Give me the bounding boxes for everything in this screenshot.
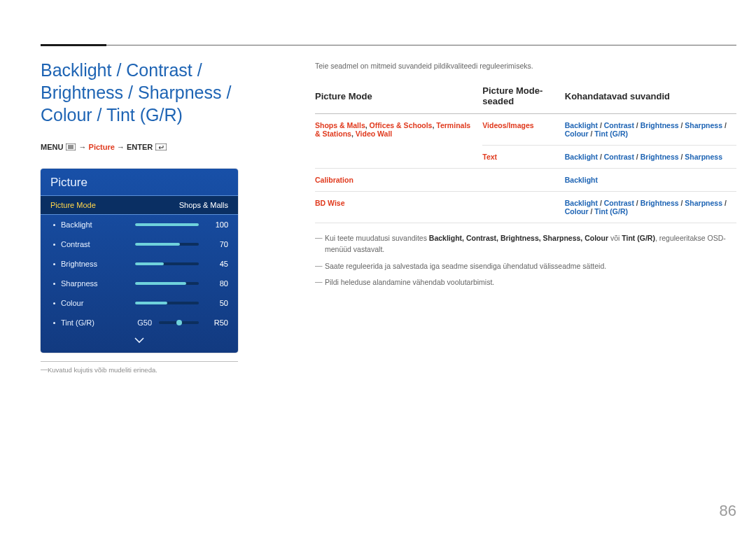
menu-icon <box>66 143 76 152</box>
tint-left-value: G50 <box>134 318 152 327</box>
page-content: Backlight / Contrast / Brightness / Shar… <box>41 59 736 374</box>
slider-value: 50 <box>207 299 228 307</box>
bullet-icon <box>53 224 55 226</box>
tint-label: Tint (G/R) <box>61 318 134 327</box>
tint-slider[interactable] <box>159 321 199 324</box>
settings-cell: Text <box>482 146 564 169</box>
enter-icon <box>155 143 167 152</box>
adjustable-cell: Backlight / Contrast / Brightness / Shar… <box>565 192 736 223</box>
osd-footnote: Kuvatud kujutis võib mudeliti erineda. <box>41 366 283 374</box>
token: / <box>679 153 685 161</box>
slider-label: Brightness <box>61 260 134 268</box>
slider-track[interactable] <box>135 262 199 265</box>
bullet-icon <box>53 322 55 324</box>
token: Calibration <box>315 176 354 184</box>
slider-track[interactable] <box>135 302 199 304</box>
slider-label: Sharpness <box>61 279 134 288</box>
table-header: Kohandatavad suvandid <box>565 85 736 114</box>
osd-panel: Picture Picture Mode Shops & Malls Backl… <box>41 169 238 353</box>
tint-right-value: R50 <box>207 318 228 327</box>
osd-selected-value: Shops & Malls <box>179 201 228 209</box>
osd-slider-rows: Backlight100Contrast70Brightness45Sharpn… <box>41 215 238 313</box>
slider-label: Backlight <box>61 220 134 229</box>
slider-value: 80 <box>207 279 228 288</box>
osd-slider-row[interactable]: Colour50 <box>41 293 238 313</box>
menu-path: MENU → Picture → ENTER <box>41 143 283 152</box>
token: Video Wall <box>356 129 393 138</box>
mode-cell: Shops & Malls, Offices & Schools, Termin… <box>315 114 482 169</box>
notes-section: Kui teete muudatusi suvandites Backlight… <box>315 230 736 291</box>
token: / <box>679 199 685 207</box>
left-column: Backlight / Contrast / Brightness / Shar… <box>41 59 283 374</box>
table-row: CalibrationBacklight <box>315 169 736 192</box>
chevron-down-icon[interactable] <box>41 332 238 346</box>
settings-cell <box>482 192 564 223</box>
token: Tint (G/R) <box>594 129 628 138</box>
osd-tint-row[interactable]: Tint (G/R) G50 R50 <box>41 313 238 332</box>
settings-cell <box>482 169 564 192</box>
token: Sharpness <box>685 199 722 207</box>
table-header: Picture Mode-seaded <box>482 85 564 114</box>
slider-value: 70 <box>207 240 228 248</box>
token: Brightness <box>640 121 679 129</box>
osd-selected-row[interactable]: Picture Mode Shops & Malls <box>41 195 238 215</box>
slider-value: 45 <box>207 260 228 268</box>
token: / <box>598 153 604 161</box>
slider-track[interactable] <box>135 243 199 246</box>
adjustable-cell: Backlight <box>565 169 736 192</box>
token: Colour <box>565 129 589 138</box>
osd-title: Picture <box>41 169 238 195</box>
slider-track[interactable] <box>135 282 199 285</box>
token: Sharpness <box>685 121 722 129</box>
picture-path: Picture <box>89 143 115 151</box>
adjustable-cell: Backlight / Contrast / Brightness / Shar… <box>565 114 736 146</box>
adjustable-cell: Backlight / Contrast / Brightness / Shar… <box>565 146 736 169</box>
page-number: 86 <box>720 502 736 520</box>
token: Contrast <box>604 199 634 207</box>
token: Backlight <box>565 153 598 161</box>
table-header: Picture Mode <box>315 85 482 114</box>
picture-mode-table: Picture ModePicture Mode-seadedKohandata… <box>315 85 736 223</box>
osd-slider-row[interactable]: Brightness45 <box>41 254 238 274</box>
note-item: Kui teete muudatusi suvandites Backlight… <box>315 230 736 258</box>
osd-slider-row[interactable]: Backlight100 <box>41 215 238 234</box>
token: Backlight <box>565 176 598 184</box>
table-row: Shops & Malls, Offices & Schools, Termin… <box>315 114 736 146</box>
right-column: Teie seadmel on mitmeid suvandeid pildik… <box>315 59 736 374</box>
mode-cell: Calibration <box>315 169 482 192</box>
token: / <box>598 121 604 129</box>
token: / <box>598 199 604 207</box>
token: Contrast <box>604 153 634 161</box>
osd-divider <box>41 361 238 362</box>
arrow-2: → <box>117 143 125 151</box>
note-item: Pildi heleduse alandamine vähendab voolu… <box>315 274 736 291</box>
bullet-icon <box>53 283 55 285</box>
bullet-icon <box>53 244 55 246</box>
token: Brightness <box>640 153 679 161</box>
note-item: Saate reguleerida ja salvestada iga sead… <box>315 258 736 275</box>
token: Colour <box>565 207 589 216</box>
osd-slider-row[interactable]: Contrast70 <box>41 234 238 254</box>
header-rule <box>41 45 736 45</box>
osd-slider-row[interactable]: Sharpness80 <box>41 274 238 293</box>
table-row: BD WiseBacklight / Contrast / Brightness… <box>315 192 736 223</box>
slider-value: 100 <box>207 220 228 229</box>
token: Contrast <box>604 121 634 129</box>
slider-label: Colour <box>61 299 134 307</box>
slider-track[interactable] <box>135 223 199 226</box>
svg-rect-4 <box>155 143 167 150</box>
bullet-icon <box>53 302 55 304</box>
token: BD Wise <box>315 199 345 207</box>
token: Offices & Schools <box>370 121 433 129</box>
token: Brightness <box>640 199 679 207</box>
token: Tint (G/R) <box>594 207 628 216</box>
token: Sharpness <box>685 153 722 161</box>
page-title: Backlight / Contrast / Brightness / Shar… <box>41 59 283 126</box>
slider-label: Contrast <box>61 240 134 248</box>
mode-cell: BD Wise <box>315 192 482 223</box>
token: Videos/Images <box>482 121 533 129</box>
token: / <box>722 199 727 207</box>
settings-cell: Videos/Images <box>482 114 564 146</box>
token: / <box>634 153 640 161</box>
arrow-1: → <box>79 143 87 151</box>
